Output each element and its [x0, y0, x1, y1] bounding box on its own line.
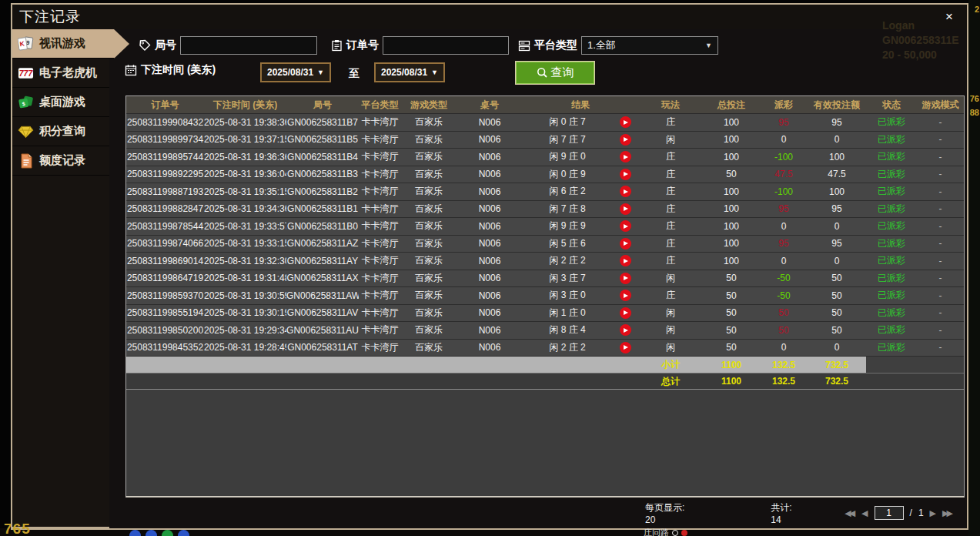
column-header: 结果	[523, 99, 638, 112]
result-cell: 闲 0 庄 7	[523, 116, 638, 129]
bead-icon	[178, 530, 189, 536]
valid-bet-cell: 95	[808, 117, 866, 128]
round-id-cell: GN006258311AU	[286, 325, 359, 336]
bet-time-cell: 2025-08-31 19:36:04	[204, 169, 286, 179]
play-type-cell: 闲	[638, 133, 703, 146]
replay-button[interactable]	[612, 342, 638, 353]
platform-type-select[interactable]: 1.全部 ▼	[581, 36, 718, 55]
table-row[interactable]: 2508311998502002025-08-31 19:29:34GN0062…	[126, 322, 964, 340]
replay-button[interactable]	[612, 134, 638, 146]
game-mode-cell: -	[917, 186, 964, 197]
platform-cell: 卡卡湾厅	[359, 289, 401, 302]
replay-button[interactable]	[612, 238, 638, 250]
table-row[interactable]: 2508311998997342025-08-31 19:37:15GN0062…	[126, 132, 964, 149]
replay-button[interactable]	[612, 290, 638, 301]
round-id-cell: GN006258311B4	[286, 152, 359, 162]
platform-cell: 卡卡湾厅	[359, 323, 401, 337]
next-page-button[interactable]: ▶	[930, 508, 936, 518]
platform-label: 平台类型	[518, 39, 577, 52]
replay-button[interactable]	[612, 273, 638, 284]
column-header: 平台类型	[359, 99, 401, 112]
subtotal-bet: 1100	[703, 360, 760, 370]
game-mode-cell: -	[917, 273, 964, 283]
last-page-button[interactable]: ▶▶	[942, 508, 953, 518]
prev-page-button[interactable]: ◀	[861, 508, 868, 518]
table-row[interactable]: 2508311998785442025-08-31 19:33:57GN0062…	[126, 218, 964, 236]
replay-button[interactable]	[612, 203, 638, 215]
replay-button[interactable]	[612, 116, 638, 128]
replay-button[interactable]	[612, 220, 638, 232]
play-type-cell: 庄	[638, 203, 703, 216]
play-type-cell: 庄	[638, 219, 703, 233]
sidebar-item-5[interactable]: 额度记录	[12, 146, 109, 176]
table-row[interactable]: 2508311998922952025-08-31 19:36:04GN0062…	[126, 166, 964, 184]
total-bet: 1100	[703, 376, 760, 387]
column-header: 状态	[866, 99, 917, 112]
replay-button[interactable]	[612, 169, 638, 180]
column-header: 下注时间 (美东)	[204, 99, 286, 112]
sidebar-item-4[interactable]: 积分查询	[12, 117, 109, 146]
payout-cell: 0	[760, 342, 808, 353]
result-text: 闲 2 庄 2	[523, 254, 612, 267]
platform-cell: 卡卡湾厅	[359, 185, 401, 198]
game-mode-cell: -	[917, 238, 964, 249]
bet-time-cell: 2025-08-31 19:33:57	[204, 221, 286, 232]
bead-icon	[145, 530, 157, 536]
column-header: 派彩	[760, 99, 808, 112]
replay-button[interactable]	[612, 324, 638, 336]
bet-time-cell: 2025-08-31 19:35:15	[204, 186, 286, 197]
replay-button[interactable]	[612, 255, 638, 266]
sidebar-item-3[interactable]: $桌面游戏	[12, 88, 109, 117]
table-row[interactable]: 2508311998828472025-08-31 19:34:36GN0062…	[126, 201, 964, 219]
table-row[interactable]: 2508311998551942025-08-31 19:30:19GN0062…	[126, 305, 964, 323]
result-cell: 闲 9 庄 0	[523, 150, 638, 163]
date-from-picker[interactable]: 2025/08/31 ▼	[260, 62, 331, 82]
table-row[interactable]: 2508311998871932025-08-31 19:35:15GN0062…	[126, 183, 964, 201]
result-text: 闲 0 庄 7	[523, 116, 612, 129]
chevron-down-icon: ▼	[705, 42, 712, 49]
table-row[interactable]: 2508311998593702025-08-31 19:30:59GN0062…	[126, 287, 964, 305]
column-header: 有效投注额	[808, 99, 866, 112]
playing-cards-icon: 9K	[18, 35, 34, 52]
payout-cell: 47.5	[760, 169, 808, 179]
first-page-button[interactable]: ◀◀	[845, 508, 855, 518]
table-row[interactable]: 2508311998957442025-08-31 19:36:36GN0062…	[126, 149, 964, 166]
game-mode-cell: -	[917, 203, 964, 214]
date-to-picker[interactable]: 2025/08/31 ▼	[374, 62, 445, 82]
order-input[interactable]	[383, 36, 509, 55]
subtotal-row: 小计 1100 132.5 732.5	[126, 357, 964, 373]
sidebar-item-2[interactable]: 777电子老虎机	[12, 59, 109, 88]
table-row[interactable]: 2508311998690142025-08-31 19:32:30GN0062…	[126, 253, 964, 270]
valid-bet-cell: 50	[808, 290, 866, 301]
sidebar-item-label: 额度记录	[39, 153, 85, 168]
total-bet-cell: 50	[703, 290, 760, 301]
order-number-cell: 250831199878544	[126, 221, 204, 232]
round-input[interactable]	[180, 36, 317, 55]
total-bet-cell: 100	[703, 221, 760, 232]
status-cell: 已派彩	[866, 168, 917, 181]
payout-cell: 50	[760, 307, 808, 318]
table-row[interactable]: 2508311998647192025-08-31 19:31:48GN0062…	[126, 270, 964, 288]
query-button[interactable]: 查询	[515, 61, 595, 85]
play-type-cell: 庄	[638, 185, 703, 198]
bet-time-cell: 2025-08-31 19:37:15	[204, 134, 286, 145]
total-valid: 732.5	[808, 376, 866, 387]
result-cell: 闲 2 庄 2	[523, 341, 638, 354]
order-number-cell: 250831199908432	[126, 117, 204, 128]
page-input[interactable]	[875, 506, 904, 520]
sidebar-item-1[interactable]: 9K视讯游戏	[12, 29, 129, 59]
table-games-icon: $	[18, 94, 34, 110]
table-row[interactable]: 2508311998740662025-08-31 19:33:15GN0062…	[126, 236, 964, 253]
tag-icon	[139, 39, 151, 52]
game-mode-cell: -	[917, 307, 964, 318]
table-row[interactable]: 2508311999084322025-08-31 19:38:36GN0062…	[126, 114, 964, 132]
table-row[interactable]: 2508311998453522025-08-31 19:28:49GN0062…	[126, 340, 964, 357]
pagination: ◀◀ ◀ / 1 ▶ ▶▶	[845, 506, 953, 520]
replay-button[interactable]	[612, 307, 638, 319]
table-number-cell: N006	[457, 117, 523, 128]
game-mode-cell: -	[917, 325, 964, 336]
close-icon[interactable]: ×	[941, 8, 958, 25]
table-number-cell: N006	[457, 273, 523, 283]
replay-button[interactable]	[612, 151, 638, 162]
replay-button[interactable]	[612, 186, 638, 197]
